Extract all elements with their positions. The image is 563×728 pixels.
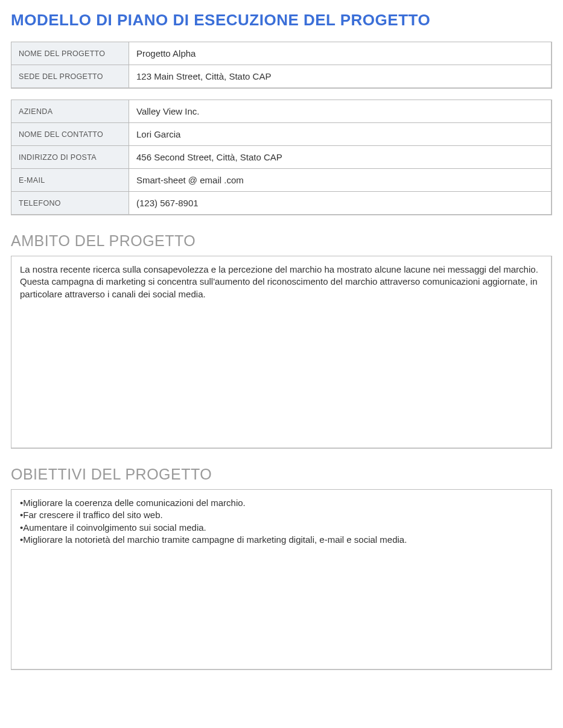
project-info-table: NOME DEL PROGETTO Progetto Alpha SEDE DE…: [11, 42, 552, 89]
document-title: MODELLO DI PIANO DI ESECUZIONE DEL PROGE…: [11, 11, 552, 30]
objective-item: •Aumentare il coinvolgimento sui social …: [20, 522, 542, 534]
contact-name-value: Lori Garcia: [129, 123, 552, 146]
company-value: Valley View Inc.: [129, 100, 552, 123]
phone-label: TELEFONO: [11, 192, 129, 215]
scope-text: La nostra recente ricerca sulla consapev…: [20, 264, 538, 299]
contact-info-table: AZIENDA Valley View Inc. NOME DEL CONTAT…: [11, 100, 552, 215]
objectives-content-box: •Migliorare la coerenza delle comunicazi…: [11, 489, 552, 670]
project-location-value: 123 Main Street, Città, Stato CAP: [129, 65, 552, 89]
phone-value: (123) 567-8901: [129, 192, 552, 215]
email-label: E-MAIL: [11, 169, 129, 192]
objective-item: •Migliorare la coerenza delle comunicazi…: [20, 497, 542, 509]
table-row: E-MAIL Smart-sheet @ email .com: [11, 169, 552, 192]
table-row: TELEFONO (123) 567-8901: [11, 192, 552, 215]
mailing-address-label: INDIRIZZO DI POSTA: [11, 146, 129, 169]
scope-heading: AMBITO DEL PROGETTO: [11, 232, 552, 250]
contact-name-label: NOME DEL CONTATTO: [11, 123, 129, 146]
objectives-heading: OBIETTIVI DEL PROGETTO: [11, 466, 552, 483]
email-value: Smart-sheet @ email .com: [129, 169, 552, 192]
table-row: NOME DEL PROGETTO Progetto Alpha: [11, 42, 552, 65]
mailing-address-value: 456 Second Street, Città, Stato CAP: [129, 146, 552, 169]
project-location-label: SEDE DEL PROGETTO: [11, 65, 129, 89]
project-name-label: NOME DEL PROGETTO: [11, 42, 129, 65]
company-label: AZIENDA: [11, 100, 129, 123]
project-name-value: Progetto Alpha: [129, 42, 552, 65]
scope-content-box: La nostra recente ricerca sulla consapev…: [11, 256, 552, 449]
table-row: NOME DEL CONTATTO Lori Garcia: [11, 123, 552, 146]
objective-item: •Far crescere il traffico del sito web.: [20, 509, 542, 521]
table-row: INDIRIZZO DI POSTA 456 Second Street, Ci…: [11, 146, 552, 169]
objective-item: •Migliorare la notorietà del marchio tra…: [20, 534, 542, 546]
table-row: SEDE DEL PROGETTO 123 Main Street, Città…: [11, 65, 552, 89]
table-row: AZIENDA Valley View Inc.: [11, 100, 552, 123]
